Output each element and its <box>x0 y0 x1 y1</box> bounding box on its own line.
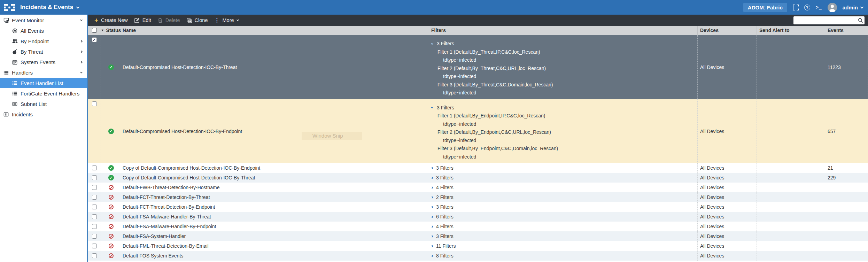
row-checkbox[interactable] <box>92 101 97 106</box>
fullscreen-icon[interactable] <box>793 5 799 10</box>
row-checkbox-checked[interactable]: ✓ <box>92 37 97 42</box>
chevron-right-icon <box>431 215 433 218</box>
select-all-checkbox[interactable] <box>92 28 97 33</box>
column-header-name[interactable]: Name <box>121 26 429 35</box>
table-row[interactable]: Default-FSA-Malware-Handler-By-Threat 6 … <box>88 212 868 222</box>
adom-selector-button[interactable]: ADOM: Fabric <box>743 3 787 12</box>
sidebar-item-label: Handlers <box>12 70 33 76</box>
chevron-right-icon <box>80 61 83 63</box>
send-alert-cell <box>757 183 825 192</box>
sidebar-item-system-events[interactable]: System Events <box>0 57 87 67</box>
more-button[interactable]: ⋮ More <box>214 17 238 23</box>
table-row[interactable]: Default-FWB-Threat-Detection-By-Hostname… <box>88 183 868 192</box>
table-row[interactable]: ✓ Copy of Default-Compromised Host-Detec… <box>88 173 868 183</box>
handler-name: Default-FCT-Threat-Detection-By-Threat <box>121 192 429 202</box>
table-row[interactable]: Default-FCT-Threat-Detection-By-Threat 2… <box>88 192 868 202</box>
filter-condition: tdtype~infected <box>429 153 476 161</box>
column-header-events[interactable]: Events <box>825 26 868 35</box>
row-checkbox[interactable] <box>92 165 97 170</box>
delete-button[interactable]: Delete <box>158 17 180 23</box>
filters-expand-toggle[interactable]: 2 Filters <box>429 194 454 200</box>
filters-expand-toggle[interactable]: 3 Filters <box>429 175 454 180</box>
filters-expand-toggle[interactable]: 8 Filters <box>429 253 454 259</box>
row-checkbox[interactable] <box>92 253 97 258</box>
devices-cell: All Devices <box>698 212 757 222</box>
table-row[interactable]: ✓ Copy of Default-Compromised Host-Detec… <box>88 163 868 173</box>
row-checkbox[interactable] <box>92 175 97 180</box>
table-row[interactable]: ✓ ✓ Default-Compromised Host-Detection-I… <box>88 35 868 99</box>
topbar-actions: ADOM: Fabric ? >_ admin <box>743 3 863 12</box>
clone-button[interactable]: Clone <box>187 17 208 23</box>
status-enabled-icon: ✓ <box>108 165 114 171</box>
table-row[interactable]: ✓ Default-Compromised Host-Detection-IOC… <box>88 99 868 163</box>
row-checkbox[interactable] <box>92 195 97 200</box>
sidebar-item-all-events[interactable]: All Events <box>0 25 87 36</box>
row-checkbox[interactable] <box>92 244 97 248</box>
table-row[interactable]: Default-FSA-Malware-Handler-By-Endpoint … <box>88 222 868 231</box>
chevron-right-icon <box>431 186 433 188</box>
handler-name: Default-Compromised Host-Detection-IOC-B… <box>121 99 429 163</box>
events-count: 229 <box>825 173 868 183</box>
filters-expand-toggle[interactable]: 4 Filters <box>429 185 454 190</box>
sidebar-item-handlers[interactable]: Handlers <box>0 67 87 78</box>
send-alert-cell <box>757 231 825 241</box>
handler-name: Copy of Default-Compromised Host-Detecti… <box>121 173 429 183</box>
create-new-button[interactable]: + Create New <box>94 17 128 23</box>
sidebar-item-incidents[interactable]: Incidents <box>0 109 87 120</box>
chevron-down-icon <box>76 5 80 9</box>
column-header-devices[interactable]: Devices <box>698 26 757 35</box>
send-alert-cell <box>757 163 825 173</box>
events-count: 21 <box>825 163 868 173</box>
table-row[interactable]: Default FOS System Events 8 Filters All … <box>88 251 868 261</box>
filters-expand-toggle[interactable]: 3 Filters <box>429 104 454 112</box>
column-header-filters[interactable]: Filters <box>429 26 698 35</box>
cli-console-icon[interactable]: >_ <box>816 5 822 10</box>
devices-cell: All Devices <box>698 99 757 163</box>
help-icon[interactable]: ? <box>804 5 810 10</box>
events-count <box>825 202 868 212</box>
avatar[interactable] <box>828 3 837 12</box>
content-pane: + Create New Edit Delete <box>88 15 868 262</box>
table-row[interactable]: Default-FCT-Threat-Detection-By-Endpoint… <box>88 202 868 212</box>
filters-expand-toggle[interactable]: 11 Filters <box>429 243 456 249</box>
filters-expand-toggle[interactable]: 3 Filters <box>429 40 454 48</box>
top-bar: Incidents & Events ADOM: Fabric ? >_ adm… <box>0 0 868 15</box>
sidebar-item-event-monitor[interactable]: Event Monitor <box>0 15 87 25</box>
sidebar-item-subnet-list[interactable]: Subnet List <box>0 99 87 109</box>
search-input[interactable] <box>796 18 858 23</box>
filters-expand-toggle[interactable]: 3 Filters <box>429 165 454 171</box>
sidebar-item-event-handler-list[interactable]: Event Handler List <box>0 78 87 88</box>
edit-button[interactable]: Edit <box>134 17 151 23</box>
row-checkbox[interactable] <box>92 214 97 219</box>
events-count <box>825 251 868 261</box>
row-checkbox[interactable] <box>92 205 97 209</box>
filters-expand-toggle[interactable]: 6 Filters <box>429 214 454 219</box>
chevron-down-icon <box>860 5 864 9</box>
sidebar-item-label: All Events <box>21 28 44 34</box>
send-alert-cell <box>757 241 825 251</box>
row-checkbox[interactable] <box>92 224 97 229</box>
search-icon[interactable] <box>858 18 863 23</box>
status-enabled-icon: ✓ <box>108 64 114 70</box>
sidebar-item-fortigate-event-handlers[interactable]: FortiGate Event Handlers <box>0 88 87 99</box>
sidebar-item-label: By Endpoint <box>21 38 49 44</box>
user-menu[interactable]: admin <box>843 5 863 10</box>
column-header-status[interactable]: ▼ Status <box>101 26 121 35</box>
module-switcher[interactable]: Incidents & Events <box>20 4 79 11</box>
table-row[interactable]: Default-FML-Threat-Detection-By-Email 11… <box>88 241 868 251</box>
filter-label: Filter 3 (Default,By_Threat,C&C,Domain,l… <box>429 81 553 89</box>
filters-expand-toggle[interactable]: 3 Filters <box>429 233 454 239</box>
sidebar-item-by-endpoint[interactable]: By Endpoint <box>0 36 87 46</box>
row-checkbox[interactable] <box>92 234 97 239</box>
filters-expand-toggle[interactable]: 4 Filters <box>429 224 454 229</box>
filter-label: Filter 1 (Default,By_Endpoint,IP,C&C,loc… <box>429 112 545 120</box>
filters-expand-toggle[interactable]: 3 Filters <box>429 204 454 210</box>
sidebar-item-label: Subnet List <box>21 101 47 107</box>
row-checkbox[interactable] <box>92 185 97 190</box>
column-header-send-alert-to[interactable]: Send Alert to <box>757 26 825 35</box>
devices-cell: All Devices <box>698 173 757 183</box>
table-row[interactable]: Default-FSA-System-Handler 3 Filters All… <box>88 231 868 241</box>
sidebar-item-by-threat[interactable]: By Threat <box>0 46 87 57</box>
events-count <box>825 231 868 241</box>
status-enabled-icon: ✓ <box>108 175 114 180</box>
